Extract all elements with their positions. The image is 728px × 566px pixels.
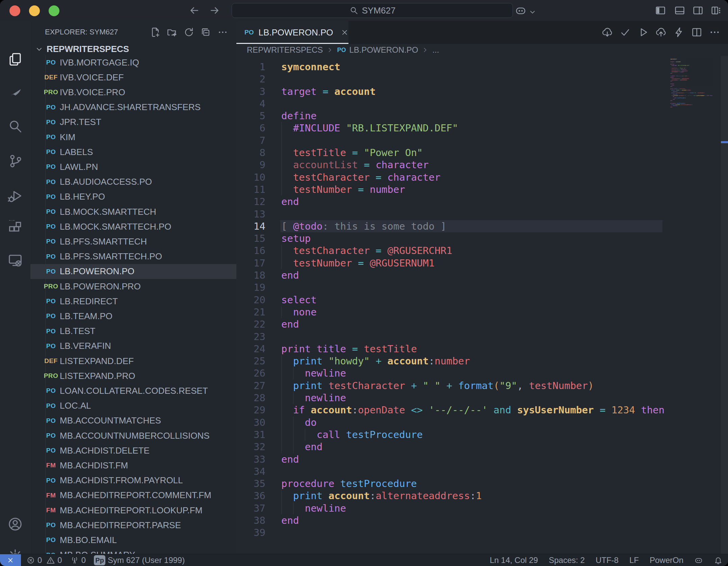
forward-icon[interactable] — [208, 4, 221, 17]
search-view-icon[interactable] — [7, 118, 23, 134]
language-mode[interactable]: PowerOn — [650, 556, 683, 565]
file-type-badge: PRO — [43, 283, 59, 290]
validate-check-icon[interactable] — [619, 26, 631, 38]
line-number: 29 — [236, 404, 265, 416]
split-editor-icon[interactable] — [691, 26, 703, 38]
indent-guide — [281, 404, 293, 416]
file-tree-item[interactable]: POLAWL.PN — [30, 159, 236, 174]
file-tree-item[interactable]: PROLISTEXPAND.PRO — [30, 368, 236, 383]
file-tree-item[interactable]: DEFIVB.VOICE.DEF — [30, 70, 236, 85]
file-tree-item[interactable]: POLB.AUDIOACCESS.PO — [30, 175, 236, 189]
customize-layout-icon[interactable] — [710, 4, 722, 17]
refresh-icon[interactable] — [183, 27, 194, 38]
cloud-upload-icon[interactable] — [655, 26, 667, 38]
run-debug-icon[interactable] — [7, 188, 23, 204]
file-tree-item[interactable]: FMMB.ACHEDITREPORT.LOOKUP.FM — [30, 503, 236, 518]
zoom-window-button[interactable] — [49, 5, 59, 16]
file-tree-item[interactable]: DEFLISTEXPAND.DEF — [30, 354, 236, 368]
file-tree-item[interactable]: POMB.ACHDIST.DELETE — [30, 443, 236, 458]
file-tree-item[interactable]: PROLB.POWERON.PRO — [30, 279, 236, 294]
new-folder-icon[interactable] — [166, 27, 178, 38]
code-line: 2 — [236, 73, 728, 85]
back-icon[interactable] — [188, 4, 201, 17]
file-tree-item[interactable]: POLB.PFS.SMARTTECH.PO — [30, 249, 236, 264]
file-tree-item[interactable]: POIVB.MORTGAGE.IQ — [30, 55, 236, 70]
editor-actions — [601, 26, 721, 38]
folder-section-header[interactable]: REPWRITERSPECS — [30, 43, 236, 55]
cloud-download-icon[interactable] — [601, 26, 613, 38]
bell-icon[interactable] — [714, 556, 723, 565]
new-file-icon[interactable] — [150, 27, 161, 38]
minimap[interactable]: 1symconnect23target = account45define6#I… — [668, 59, 721, 140]
file-tree-item[interactable]: POLB.TEST — [30, 324, 236, 339]
toggle-panel-icon[interactable] — [674, 4, 686, 17]
chevron-down-icon[interactable] — [528, 6, 537, 18]
file-tree-item[interactable]: FMMB.ACHDIST.FM — [30, 458, 236, 473]
file-type-badge: PRO — [43, 88, 59, 96]
toggle-sidebar-icon[interactable] — [654, 4, 667, 17]
symitar-extension-icon[interactable] — [7, 85, 23, 101]
file-tree-item[interactable]: FMMB.ACHEDITREPORT.COMMENT.FM — [30, 488, 236, 503]
file-tree-item[interactable]: POLOC.AL — [30, 398, 236, 413]
file-tree-item[interactable]: POMB.ACHDIST.FROM.PAYROLL — [30, 473, 236, 488]
file-tree-item[interactable]: POKIM — [30, 130, 236, 145]
more-actions-icon[interactable] — [217, 27, 228, 38]
breadcrumb-folder[interactable]: REPWRITERSPECS — [247, 45, 323, 55]
indentation-setting[interactable]: Spaces: 2 — [549, 556, 585, 565]
encoding-setting[interactable]: UTF-8 — [596, 556, 619, 565]
code-editor[interactable]: 1symconnect23target = account45define6#I… — [236, 56, 728, 554]
file-tree-item[interactable]: POMB.ACCOUNTMATCHES — [30, 413, 236, 428]
close-window-button[interactable] — [9, 5, 20, 16]
breadcrumb-file[interactable]: LB.POWERON.PO — [349, 45, 418, 55]
tab-lb-poweron-po[interactable]: PO LB.POWERON.PO — [236, 21, 348, 44]
tab-bar: PO LB.POWERON.PO — [236, 21, 728, 44]
file-tree-item[interactable]: POLABELS — [30, 145, 236, 159]
file-tree-item[interactable]: POMB.BO.SUMMARY — [30, 548, 236, 554]
explorer-icon[interactable] — [7, 51, 23, 68]
file-tree-item[interactable]: POLB.PFS.SMARTTECH — [30, 234, 236, 249]
file-name: MB.ACHDIST.FM — [60, 460, 128, 471]
chevron-right-icon — [421, 46, 429, 54]
toggle-secondary-sidebar-icon[interactable] — [692, 4, 704, 17]
file-tree-item[interactable]: POLB.VERAFIN — [30, 339, 236, 354]
eol-setting[interactable]: LF — [629, 556, 639, 565]
source-control-icon[interactable] — [7, 153, 23, 169]
code-line: 9accountList = character — [236, 159, 728, 171]
ports-status[interactable]: 0 — [70, 556, 86, 565]
editor-scrollbar[interactable] — [721, 56, 728, 554]
minimize-window-button[interactable] — [29, 5, 40, 16]
collapse-all-icon[interactable] — [200, 27, 211, 38]
file-tree-item[interactable]: POLB.MOCK.SMARTTECH — [30, 204, 236, 219]
breadcrumb-symbol[interactable]: ... — [432, 45, 439, 55]
install-zap-icon[interactable] — [673, 26, 685, 38]
command-center-search[interactable]: SYM627 — [232, 3, 513, 18]
sym-connection-status[interactable]: Pp Sym 627 (User 1999) — [94, 555, 185, 565]
account-icon[interactable] — [7, 516, 23, 532]
file-tree-item[interactable]: POLOAN.COLLATERAL.CODES.RESET — [30, 383, 236, 398]
file-tree-item[interactable]: POMB.ACHEDITREPORT.PARSE — [30, 518, 236, 533]
remote-indicator[interactable] — [0, 554, 21, 566]
copilot-status-icon[interactable] — [694, 556, 703, 565]
file-tree-item[interactable]: POLB.TEAM.PO — [30, 309, 236, 324]
file-tree-item[interactable]: PROIVB.VOICE.PRO — [30, 85, 236, 100]
close-tab-icon[interactable] — [341, 27, 349, 37]
copilot-icon[interactable] — [515, 4, 527, 17]
code-line: 39 — [236, 526, 728, 539]
file-tree-item[interactable]: POJH.ADVANCE.SHARETRANSFERS — [30, 100, 236, 115]
file-tree-item[interactable]: POLB.MOCK.SMARTTECH.PO — [30, 219, 236, 234]
file-type-badge: PO — [43, 253, 59, 260]
remote-explorer-icon[interactable] — [7, 252, 23, 268]
file-tree-item[interactable]: POLB.HEY.PO — [30, 189, 236, 204]
file-tree-item[interactable]: POJPR.TEST — [30, 115, 236, 130]
file-tree-item[interactable]: POMB.ACCOUNTNUMBERCOLLISIONS — [30, 428, 236, 443]
file-tree-item[interactable]: POLB.POWERON.PO — [30, 264, 236, 279]
run-file-icon[interactable] — [637, 26, 649, 38]
problems-status[interactable]: 0 0 — [26, 556, 62, 565]
file-tree-item[interactable]: POMB.BO.EMAIL — [30, 533, 236, 547]
file-tree-item[interactable]: POLB.REDIRECT — [30, 294, 236, 309]
cursor-position[interactable]: Ln 14, Col 29 — [490, 556, 538, 565]
file-name: LABELS — [60, 147, 93, 157]
extensions-icon[interactable] — [7, 220, 23, 236]
editor-more-icon[interactable] — [709, 26, 721, 38]
line-number: 3 — [236, 85, 265, 98]
